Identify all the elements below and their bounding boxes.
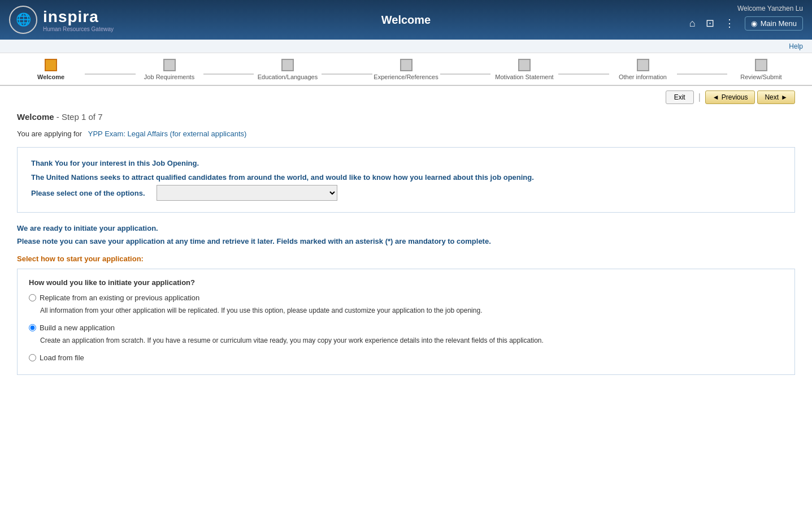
step-connector-1 xyxy=(85,74,136,75)
option-build-new-radio[interactable] xyxy=(29,324,36,331)
option-load-file-label[interactable]: Load from file xyxy=(29,353,783,362)
select-label: Please select one of the options. xyxy=(31,189,145,197)
step-label-welcome: Welcome xyxy=(37,74,64,80)
option-load-file: Load from file xyxy=(29,353,783,362)
step-education-languages[interactable]: Education/Languages xyxy=(254,59,322,85)
option-replicate-radio[interactable] xyxy=(29,294,36,301)
step-box-experience xyxy=(400,59,412,71)
step-box-job xyxy=(163,59,176,71)
job-title-link[interactable]: YPP Exam: Legal Affairs (for external ap… xyxy=(88,130,247,138)
step-connector-5 xyxy=(558,74,609,75)
logo: 🌐 inspira Human Resources Gateway xyxy=(9,6,114,34)
step-label-job: Job Requirements xyxy=(144,74,194,80)
option-load-file-text: Load from file xyxy=(40,353,84,362)
main-content: You are applying for YPP Exam: Legal Aff… xyxy=(0,130,812,386)
next-arrow-icon: ► xyxy=(781,93,788,101)
option-replicate: Replicate from an existing or previous a… xyxy=(29,294,783,302)
main-menu-button[interactable]: ◉ Main Menu xyxy=(745,16,803,31)
option-build-new-text: Build a new application xyxy=(40,323,115,332)
step-other-information[interactable]: Other information xyxy=(609,59,677,85)
logo-emblem: 🌐 xyxy=(9,6,37,34)
app-options-title: How would you like to initiate your appl… xyxy=(29,278,783,287)
applying-prefix: You are applying for xyxy=(17,130,82,138)
home-icon[interactable]: ⌂ xyxy=(689,18,696,29)
page-title-text: Welcome xyxy=(17,112,54,122)
previous-label: Previous xyxy=(722,93,748,101)
compass-icon: ◉ xyxy=(751,19,757,28)
step-label-education: Education/Languages xyxy=(258,74,318,80)
info-line1: Thank You for your interest in this Job … xyxy=(31,159,781,167)
step-label-motivation: Motivation Statement xyxy=(495,74,553,80)
header-icons: ⌂ ⊡ ⋮ ◉ Main Menu xyxy=(689,16,803,31)
logo-text: inspira Human Resources Gateway xyxy=(43,8,114,32)
ready-section: We are ready to initiate your applicatio… xyxy=(17,224,795,245)
help-bar: Help xyxy=(0,40,812,53)
step-label-experience: Experience/References xyxy=(374,74,438,80)
step-nav-inner: Welcome Job Requirements Education/Langu… xyxy=(17,59,795,85)
step-connector-4 xyxy=(440,74,491,75)
step-connector-6 xyxy=(677,74,728,75)
select-start-heading: Select how to start your application: xyxy=(17,255,795,263)
ready-line1: We are ready to initiate your applicatio… xyxy=(17,224,795,232)
step-connector-2 xyxy=(203,74,254,75)
option-replicate-text: Replicate from an existing or previous a… xyxy=(40,294,199,302)
step-label-other: Other information xyxy=(619,74,667,80)
option-replicate-description: All information from your other applicat… xyxy=(40,305,783,316)
option-build-new-label[interactable]: Build a new application xyxy=(29,323,783,332)
header: 🌐 inspira Human Resources Gateway Welcom… xyxy=(0,0,812,40)
previous-button[interactable]: ◄ Previous xyxy=(705,90,755,104)
info-box: Thank You for your interest in this Job … xyxy=(17,147,795,213)
step-navigation: Welcome Job Requirements Education/Langu… xyxy=(0,53,812,86)
header-title: Welcome xyxy=(381,14,431,27)
next-label: Next xyxy=(765,93,779,101)
prev-arrow-icon: ◄ xyxy=(713,93,719,101)
step-welcome[interactable]: Welcome xyxy=(17,59,85,85)
username-display: Welcome Yanzhen Lu xyxy=(737,5,803,12)
logout-icon[interactable]: ⊡ xyxy=(706,17,714,29)
step-box-motivation xyxy=(518,59,531,71)
exit-button[interactable]: Exit xyxy=(666,90,694,104)
option-replicate-label[interactable]: Replicate from an existing or previous a… xyxy=(29,294,783,302)
separator: | xyxy=(698,92,701,102)
step-info: - Step 1 of 7 xyxy=(57,112,103,122)
help-link[interactable]: Help xyxy=(789,42,803,50)
how-learned-select[interactable] xyxy=(157,185,337,201)
main-menu-label: Main Menu xyxy=(761,19,797,28)
step-review-submit[interactable]: Review/Submit xyxy=(727,59,795,85)
logo-name: inspira xyxy=(43,8,114,26)
step-box-education xyxy=(281,59,294,71)
step-experience-references[interactable]: Experience/References xyxy=(372,59,440,85)
step-box-other xyxy=(637,59,649,71)
select-row: Please select one of the options. xyxy=(31,185,781,201)
page-title-bar: Welcome - Step 1 of 7 xyxy=(0,109,812,130)
next-button[interactable]: Next ► xyxy=(757,90,795,104)
option-load-file-radio[interactable] xyxy=(29,354,36,361)
app-options-box: How would you like to initiate your appl… xyxy=(17,269,795,375)
step-job-requirements[interactable]: Job Requirements xyxy=(136,59,203,85)
more-icon[interactable]: ⋮ xyxy=(724,17,735,29)
option-build-new: Build a new application xyxy=(29,323,783,332)
ready-line2: Please note you can save your applicatio… xyxy=(17,237,795,245)
applying-row: You are applying for YPP Exam: Legal Aff… xyxy=(17,130,795,138)
step-connector-3 xyxy=(322,74,372,75)
logo-subtitle: Human Resources Gateway xyxy=(43,26,114,32)
action-bar: Exit | ◄ Previous Next ► xyxy=(0,86,812,109)
page-title: Welcome - Step 1 of 7 xyxy=(17,112,102,122)
option-build-new-description: Create an application from scratch. If y… xyxy=(40,335,783,346)
info-line2: The United Nations seeks to attract qual… xyxy=(31,173,781,182)
step-box-review xyxy=(755,59,767,71)
step-motivation-statement[interactable]: Motivation Statement xyxy=(490,59,558,85)
step-label-review: Review/Submit xyxy=(740,74,781,80)
step-box-welcome xyxy=(45,59,57,71)
